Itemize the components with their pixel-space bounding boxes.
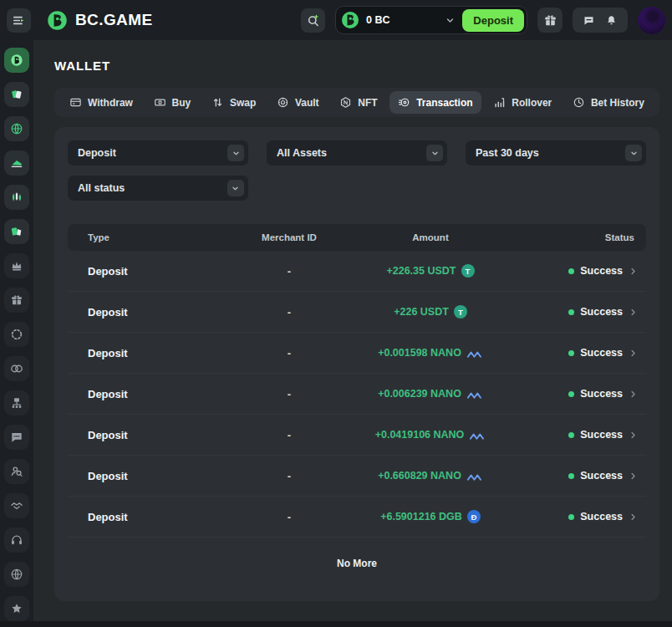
trading-icon	[10, 191, 23, 204]
sidebar-item-sponsorship[interactable]	[4, 493, 29, 518]
tab-buy[interactable]: Buy	[145, 91, 200, 114]
deposit-button[interactable]: Deposit	[462, 9, 524, 32]
sidebar-item-language[interactable]	[4, 562, 29, 587]
cell-status: Success	[501, 306, 646, 318]
cell-amount: +0.006239 NANO	[360, 388, 501, 400]
sidebar-item-casino[interactable]	[4, 82, 29, 107]
tab-label: Bet History	[591, 97, 644, 109]
clock-icon	[573, 96, 585, 109]
sidebar-item-lottery[interactable]	[4, 219, 29, 244]
hamburger-icon	[12, 13, 26, 28]
avatar[interactable]	[638, 7, 665, 34]
sidebar-item-favorites[interactable]	[4, 596, 29, 621]
lottery-icon	[10, 225, 23, 238]
usdt-icon: T	[454, 305, 467, 319]
logo[interactable]: BC.GAME	[46, 9, 153, 32]
page-title: WALLET	[54, 59, 672, 73]
sidebar-item-trading[interactable]	[4, 185, 29, 210]
column-header-merchant-id: Merchant ID	[218, 232, 360, 242]
chevron-right-icon[interactable]	[629, 308, 638, 317]
chevron-down-icon[interactable]	[426, 145, 443, 161]
chevron-right-icon[interactable]	[629, 512, 638, 522]
bell-icon[interactable]	[605, 14, 618, 27]
cell-amount: +226.35 USDTT	[360, 264, 501, 278]
tab-nft[interactable]: NFT	[331, 91, 385, 114]
tab-withdraw[interactable]: Withdraw	[61, 91, 141, 114]
search-button[interactable]	[301, 8, 325, 33]
sidebar-item-sports[interactable]	[4, 116, 29, 141]
filter-period-value: Past 30 days	[476, 147, 539, 159]
cell-type: Deposit	[68, 347, 218, 359]
filter-asset-dropdown[interactable]: All Assets	[267, 140, 447, 166]
chevron-down-glyph	[231, 184, 240, 193]
promotions-button[interactable]	[537, 8, 563, 33]
hexagon-icon	[339, 96, 352, 109]
column-header-amount: Amount	[360, 232, 501, 242]
cell-status: Success	[501, 429, 646, 441]
table-header: TypeMerchant IDAmountStatus	[68, 224, 646, 251]
balance-selector[interactable]: 0 BC Deposit	[335, 6, 527, 34]
filter-type-dropdown[interactable]: Deposit	[68, 140, 248, 166]
sidebar-item-forum[interactable]	[4, 425, 29, 450]
dgb-icon: Ð	[467, 510, 481, 523]
banknote-icon	[154, 96, 166, 109]
cell-type: Deposit	[68, 511, 218, 523]
status-text: Success	[580, 347, 623, 359]
chevron-right-icon[interactable]	[629, 349, 638, 358]
tab-transaction[interactable]: Transaction	[389, 91, 481, 114]
cell-type: Deposit	[68, 388, 218, 400]
sidebar-item-bonus[interactable]	[4, 288, 29, 313]
filter-period-dropdown[interactable]: Past 30 days	[466, 140, 646, 166]
transaction-row[interactable]: Deposit-+0.660829 NANOSuccess	[68, 456, 646, 497]
amount-text: +0.001598 NANO	[378, 347, 461, 359]
filter-status-value: All status	[78, 182, 125, 194]
sidebar-item-bc-home[interactable]	[4, 48, 29, 73]
logo-text: BC.GAME	[75, 11, 153, 29]
sidebar-item-user-lookup[interactable]	[4, 459, 29, 484]
transaction-row[interactable]: Deposit-+226.35 USDTTSuccess	[68, 251, 646, 292]
bc-home-icon	[10, 54, 23, 67]
transaction-row[interactable]: Deposit-+6.5901216 DGBÐSuccess	[68, 497, 646, 538]
menu-button[interactable]	[7, 8, 31, 33]
sidebar-item-support[interactable]	[4, 528, 29, 553]
chevron-down-icon[interactable]	[625, 145, 642, 161]
status-text: Success	[580, 511, 623, 522]
tab-rollover[interactable]: Rollover	[485, 91, 560, 114]
chevron-right-icon[interactable]	[629, 267, 638, 276]
chevron-down-icon[interactable]	[227, 145, 244, 161]
tab-label: Withdraw	[88, 97, 133, 109]
bonus-icon	[10, 293, 23, 307]
transaction-row[interactable]: Deposit-+226 USDTTSuccess	[68, 292, 646, 333]
filter-status-dropdown[interactable]: All status	[68, 176, 248, 201]
transaction-panel: DepositAll AssetsPast 30 days All status…	[54, 127, 659, 601]
cell-status: Success	[501, 470, 646, 482]
transaction-row[interactable]: Deposit-+0.001598 NANOSuccess	[68, 333, 646, 374]
chevron-down-icon[interactable]	[227, 180, 244, 196]
chevron-right-icon[interactable]	[629, 472, 638, 481]
tab-swap[interactable]: Swap	[203, 91, 264, 114]
bars-icon	[493, 96, 506, 109]
sidebar-item-racing[interactable]	[4, 150, 29, 176]
sidebar-item-spin[interactable]	[4, 322, 29, 347]
nano-icon	[466, 471, 483, 482]
amount-text: +6.5901216 DGB	[380, 511, 462, 522]
column-header-status: Status	[501, 232, 646, 242]
tab-label: Transaction	[416, 97, 472, 109]
sidebar-item-coins[interactable]	[4, 356, 29, 381]
chevron-down-icon[interactable]	[445, 15, 456, 26]
transaction-row[interactable]: Deposit-+0.006239 NANOSuccess	[68, 374, 646, 415]
chevron-right-icon[interactable]	[629, 390, 638, 399]
chevron-right-icon[interactable]	[629, 431, 638, 440]
sidebar-item-affiliate[interactable]	[4, 390, 29, 415]
sidebar-item-vip[interactable]	[4, 253, 29, 278]
amount-text: +0.006239 NANO	[378, 388, 461, 400]
cell-status: Success	[501, 388, 646, 400]
transaction-row[interactable]: Deposit-+0.0419106 NANOSuccess	[68, 415, 646, 456]
filter-type-value: Deposit	[78, 147, 116, 159]
chat-icon[interactable]	[583, 14, 595, 27]
tab-label: Swap	[230, 97, 256, 109]
tab-vault[interactable]: Vault	[268, 91, 328, 114]
tab-bet-history[interactable]: Bet History	[564, 91, 653, 114]
cell-amount: +0.660829 NANO	[360, 470, 501, 482]
bottom-strip	[0, 621, 672, 627]
